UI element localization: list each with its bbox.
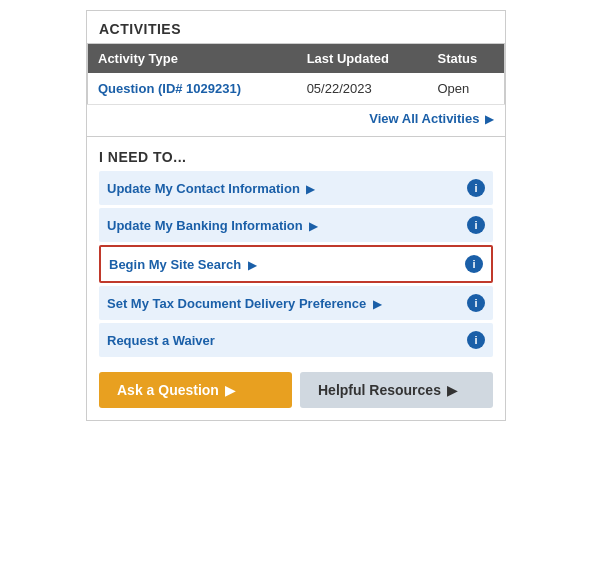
view-all-arrow: ▶ (485, 113, 493, 125)
need-to-item-left: Update My Contact Information ▶ (107, 181, 314, 196)
main-container: ACTIVITIES Activity Type Last Updated St… (86, 10, 506, 421)
update-banking-link[interactable]: Update My Banking Information ▶ (107, 218, 317, 233)
info-icon-banking[interactable]: i (467, 216, 485, 234)
tax-document-link[interactable]: Set My Tax Document Delivery Preference … (107, 296, 381, 311)
update-contact-link[interactable]: Update My Contact Information ▶ (107, 181, 314, 196)
need-to-item-banking: Update My Banking Information ▶ i (99, 208, 493, 242)
col-header-status: Status (427, 44, 504, 74)
need-to-item-left: Update My Banking Information ▶ (107, 218, 317, 233)
col-header-activity-type: Activity Type (88, 44, 297, 74)
begin-site-search-link[interactable]: Begin My Site Search ▶ (109, 257, 256, 272)
need-to-item-contact: Update My Contact Information ▶ i (99, 171, 493, 205)
info-icon-waiver[interactable]: i (467, 331, 485, 349)
need-to-item-site-search: Begin My Site Search ▶ i (99, 245, 493, 283)
section-divider (87, 136, 505, 137)
info-icon-tax[interactable]: i (467, 294, 485, 312)
bottom-buttons: Ask a Question ▶ Helpful Resources ▶ (87, 360, 505, 420)
need-to-item-waiver: Request a Waiver i (99, 323, 493, 357)
status-cell: Open (427, 73, 504, 105)
need-to-item-left: Begin My Site Search ▶ (109, 257, 256, 272)
last-updated-cell: 05/22/2023 (297, 73, 428, 105)
need-to-title: I NEED TO... (99, 149, 493, 165)
ask-question-button[interactable]: Ask a Question ▶ (99, 372, 292, 408)
need-to-section: I NEED TO... Update My Contact Informati… (87, 141, 505, 357)
info-icon-site-search[interactable]: i (465, 255, 483, 273)
activities-table: Activity Type Last Updated Status Questi… (87, 43, 505, 105)
view-all-row: View All Activities ▶ (87, 105, 505, 132)
need-to-item-left: Set My Tax Document Delivery Preference … (107, 296, 381, 311)
helpful-resources-arrow: ▶ (447, 383, 457, 398)
need-to-item-tax: Set My Tax Document Delivery Preference … (99, 286, 493, 320)
need-to-item-left: Request a Waiver (107, 333, 215, 348)
activity-type-cell: Question (ID# 1029231) (88, 73, 297, 105)
need-to-list: Update My Contact Information ▶ i Update… (99, 171, 493, 357)
activity-link[interactable]: Question (ID# 1029231) (98, 81, 241, 96)
table-row: Question (ID# 1029231) 05/22/2023 Open (88, 73, 505, 105)
activities-title: ACTIVITIES (87, 11, 505, 43)
info-icon-contact[interactable]: i (467, 179, 485, 197)
view-all-activities-link[interactable]: View All Activities ▶ (369, 111, 493, 126)
col-header-last-updated: Last Updated (297, 44, 428, 74)
helpful-resources-button[interactable]: Helpful Resources ▶ (300, 372, 493, 408)
ask-question-arrow: ▶ (225, 383, 235, 398)
request-waiver-link[interactable]: Request a Waiver (107, 333, 215, 348)
